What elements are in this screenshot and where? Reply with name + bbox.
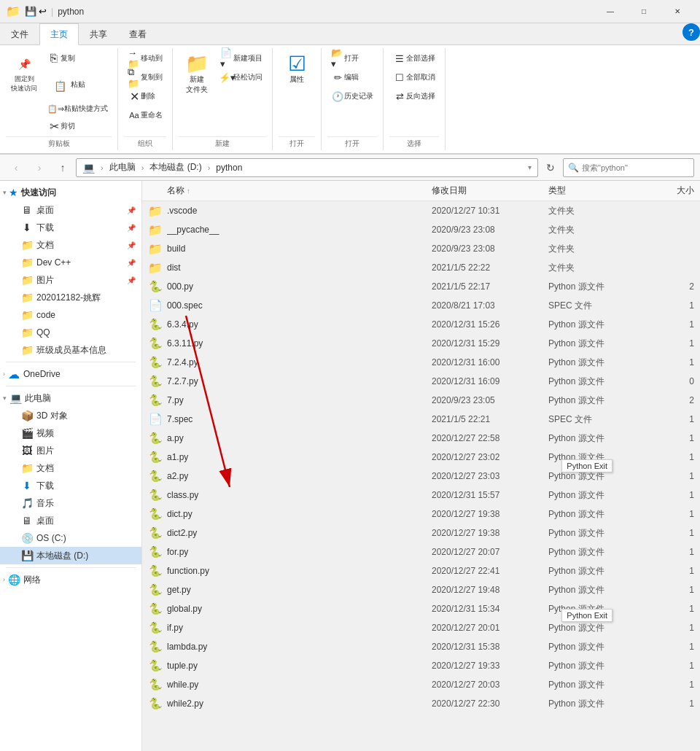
up-button[interactable]: ↑ [52, 157, 73, 178]
col-header-size[interactable]: 大小 [636, 184, 694, 197]
table-row[interactable]: 📁 .vscode 2020/12/27 10:31 文件夹 [142, 201, 700, 220]
cut-button[interactable]: 剪切 [44, 117, 112, 135]
sidebar-item-docs[interactable]: 📁 文档 📌 [0, 236, 141, 254]
invertsel-button[interactable]: ⇄ 反向选择 [389, 87, 439, 105]
copyto-button[interactable]: ⧉📁 复制到 [124, 69, 166, 86]
edit-button[interactable]: ✏ 编辑 [327, 69, 377, 86]
paste-button[interactable]: 粘贴 [44, 69, 112, 100]
search-input[interactable] [582, 163, 689, 172]
rename-button[interactable]: Aa 重命名 [124, 106, 166, 124]
sidebar-item-yaohui[interactable]: 📁 202012182-姚辉 [0, 289, 141, 306]
file-name: if.py [167, 623, 432, 633]
moveto-button[interactable]: →📁 移动到 [124, 50, 166, 67]
sidebar-item-classinfo[interactable]: 📁 班级成员基本信息 [0, 341, 141, 359]
tab-share[interactable]: 共享 [79, 23, 118, 45]
table-row[interactable]: 🐍 dict.py 2020/12/27 19:38 Python 源文件 1 [142, 505, 700, 524]
table-row[interactable]: 🐍 6.3.11.py 2020/12/31 15:29 Python 源文件 … [142, 334, 700, 353]
table-row[interactable]: 🐍 tuple.py 2020/12/27 19:33 Python 源文件 1 [142, 656, 700, 675]
sidebar-item-qq[interactable]: 📁 QQ [0, 324, 141, 341]
maximize-button[interactable]: □ [627, 0, 661, 23]
breadcrumb-thispc[interactable]: 此电脑 [109, 161, 136, 174]
col-header-name[interactable]: 名称 ↑ [167, 184, 432, 197]
access-button[interactable]: ⚡▾ 轻松访问 [217, 69, 266, 86]
properties-button[interactable]: ☑ 属性 [279, 50, 315, 87]
table-row[interactable]: 🐍 7.py 2020/9/23 23:05 Python 源文件 2 [142, 391, 700, 410]
sidebar-item-download[interactable]: ⬇ 下载 📌 [0, 219, 141, 236]
table-row[interactable]: 🐍 function.py 2020/12/27 22:41 Python 源文… [142, 561, 700, 580]
search-box[interactable]: 🔍 [563, 158, 694, 177]
sidebar-quickaccess[interactable]: ▾ ★ 快速访问 [0, 184, 141, 201]
back-button[interactable]: ‹ [6, 157, 26, 178]
table-row[interactable]: 🐍 lambda.py 2020/12/31 15:38 Python 源文件 … [142, 637, 700, 656]
sidebar-network[interactable]: › 🌐 网络 [0, 571, 141, 588]
col-header-date[interactable]: 修改日期 [432, 184, 548, 197]
newfolder-button[interactable]: 📁 新建文件夹 [179, 50, 215, 98]
table-row[interactable]: 🐍 a.py 2020/12/27 22:58 Python 源文件 1 [142, 429, 700, 448]
sidebar-item-desk2[interactable]: 🖥 桌面 [0, 512, 141, 529]
table-row[interactable]: 🐍 for.py 2020/12/27 20:07 Python 源文件 1 [142, 542, 700, 561]
sidebar-item-locald[interactable]: 💾 本地磁盘 (D:) [0, 547, 141, 564]
qa-save-icon[interactable]: 💾 [25, 6, 36, 17]
table-row[interactable]: 📄 7.spec 2021/1/5 22:21 SPEC 文件 1 [142, 410, 700, 429]
yaohui-icon: 📁 [20, 291, 34, 304]
table-row[interactable]: 🐍 while2.py 2020/12/27 22:30 Python 源文件 … [142, 694, 700, 713]
table-row[interactable]: 🐍 class.py 2020/12/31 15:57 Python 源文件 1 [142, 486, 700, 505]
close-button[interactable]: ✕ [661, 0, 694, 23]
sidebar-item-desktop[interactable]: 🖥 桌面 📌 [0, 201, 141, 219]
table-row[interactable]: 📄 000.spec 2020/8/21 17:03 SPEC 文件 1 [142, 296, 700, 315]
sidebar-item-music[interactable]: 🎵 音乐 [0, 494, 141, 512]
tab-file[interactable]: 文件 [0, 23, 39, 45]
table-row[interactable]: 🐍 global.py 2020/12/31 15:34 Python 源文件 … [142, 599, 700, 618]
table-row[interactable]: 🐍 a1.py 2020/12/27 23:02 Python 源文件 1 [142, 448, 700, 467]
breadcrumb-drive[interactable]: 本地磁盘 (D:) [149, 161, 201, 174]
table-row[interactable]: 🐍 000.py 2021/1/5 22:17 Python 源文件 2 [142, 277, 700, 296]
table-row[interactable]: 🐍 while.py 2020/12/27 20:03 Python 源文件 1 [142, 675, 700, 694]
refresh-button[interactable]: ↻ [541, 158, 560, 177]
sidebar-item-docs2[interactable]: 📁 文档 [0, 459, 141, 477]
sidebar-divider1 [6, 362, 136, 362]
col-header-type[interactable]: 类型 [548, 184, 636, 197]
sidebar-onedrive[interactable]: › ☁ OneDrive [0, 365, 141, 383]
history-button[interactable]: 🕐 历史记录 [327, 87, 377, 105]
sidebar-thispc[interactable]: ▾ 💻 此电脑 [0, 389, 141, 407]
file-list[interactable]: 📁 .vscode 2020/12/27 10:31 文件夹 📁 __pycac… [142, 201, 700, 751]
table-row[interactable]: 📁 dist 2021/1/5 22:22 文件夹 [142, 258, 700, 277]
address-box[interactable]: 💻 › 此电脑 › 本地磁盘 (D:) › python ▾ [76, 158, 538, 177]
table-row[interactable]: 📁 build 2020/9/23 23:08 文件夹 [142, 239, 700, 258]
table-row[interactable]: 🐍 a2.py 2020/12/27 23:03 Python 源文件 1 [142, 467, 700, 486]
sidebar-item-dl2[interactable]: ⬇ 下载 [0, 477, 141, 494]
table-row[interactable]: 📁 __pycache__ 2020/9/23 23:08 文件夹 [142, 220, 700, 239]
copy-button[interactable]: 复制 [44, 50, 112, 67]
forward-button[interactable]: › [29, 157, 50, 178]
table-row[interactable]: 🐍 dict2.py 2020/12/27 19:38 Python 源文件 1 [142, 524, 700, 542]
help-button[interactable]: ? [682, 23, 700, 41]
sidebar-item-3d[interactable]: 📦 3D 对象 [0, 407, 141, 424]
table-row[interactable]: 🐍 if.py 2020/12/27 20:01 Python 源文件 1 [142, 618, 700, 637]
sidebar-item-pictures[interactable]: 📁 图片 📌 [0, 271, 141, 289]
sidebar-item-osc[interactable]: 💿 OS (C:) [0, 529, 141, 547]
qa-undo-icon[interactable]: ↩ [39, 6, 47, 17]
selectnone-button[interactable]: ☐ 全部取消 [389, 69, 439, 86]
table-row[interactable]: 🐍 get.py 2020/12/27 19:48 Python 源文件 1 [142, 580, 700, 599]
network-arrow: › [3, 576, 5, 583]
pin-button[interactable]: 固定到快速访问 [6, 50, 42, 96]
address-dropdown-icon[interactable]: ▾ [528, 163, 532, 171]
pasteshortcut-button[interactable]: 📋⇒ 粘贴快捷方式 [44, 101, 112, 116]
newitem-button[interactable]: 📄▾ 新建项目 [217, 50, 266, 67]
open-button[interactable]: 📂▾ 打开 [327, 50, 377, 67]
minimize-button[interactable]: — [594, 0, 627, 23]
sidebar-item-devc[interactable]: 📁 Dev C++ 📌 [0, 254, 141, 271]
delete-button[interactable]: ✕ 删除 [124, 87, 166, 105]
sidebar-item-code[interactable]: 📁 code [0, 306, 141, 324]
sidebar-item-img[interactable]: 🖼 图片 [0, 442, 141, 459]
tab-view[interactable]: 查看 [118, 23, 158, 45]
selectall-button[interactable]: ☰ 全部选择 [389, 50, 439, 67]
table-row[interactable]: 🐍 7.2.4.py 2020/12/31 16:00 Python 源文件 1 [142, 353, 700, 372]
table-row[interactable]: 🐍 6.3.4.py 2020/12/31 15:26 Python 源文件 1 [142, 315, 700, 334]
file-date: 2020/8/21 17:03 [432, 300, 548, 311]
breadcrumb-python[interactable]: python [216, 163, 242, 173]
file-size: 2 [636, 281, 694, 292]
sidebar-item-video[interactable]: 🎬 视频 [0, 424, 141, 442]
table-row[interactable]: 🐍 7.2.7.py 2020/12/31 16:09 Python 源文件 0 [142, 372, 700, 391]
tab-home[interactable]: 主页 [39, 23, 79, 45]
